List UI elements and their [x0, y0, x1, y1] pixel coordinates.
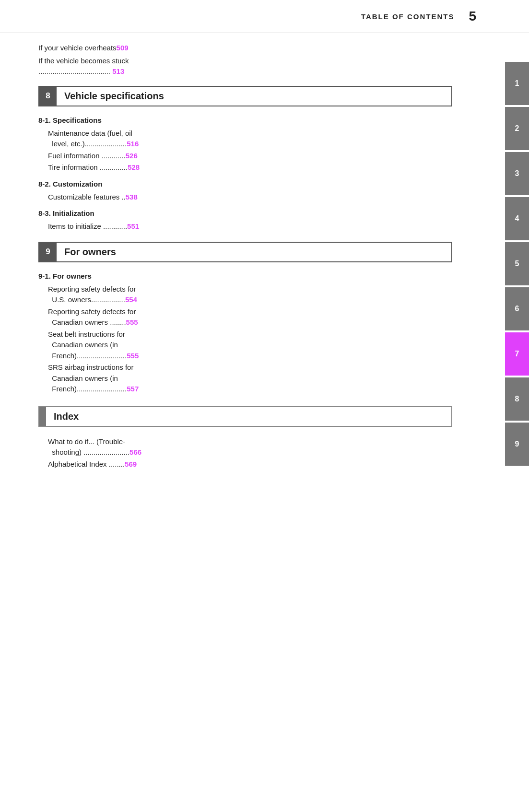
subsection-8-3-header: 8-3. Initialization: [38, 209, 452, 217]
section-8-title: Vehicle specifications: [57, 87, 172, 106]
entry-stuck-text: If the vehicle becomes stuck: [38, 57, 129, 65]
sidebar-tab-1-label: 1: [515, 79, 519, 88]
entry-stuck-dots: ....................................: [38, 67, 112, 75]
sidebar-tab-4-label: 4: [515, 214, 519, 223]
entry-reporting-canada-text: Reporting safety defects for Canadian ow…: [48, 307, 136, 327]
entry-seatbelt-canada-page: 555: [127, 352, 139, 360]
entry-stuck: If the vehicle becomes stuck ...........…: [38, 56, 452, 77]
entry-overheats-page: 509: [117, 44, 129, 52]
subsection-8-3-name: Initialization: [53, 209, 94, 217]
entry-seatbelt-canada-text: Seat belt instructions for Canadian owne…: [48, 330, 127, 360]
left-content: If your vehicle overheats509 If the vehi…: [0, 33, 491, 490]
sidebar-tab-5[interactable]: 5: [505, 242, 529, 285]
section-9-title: For owners: [57, 243, 124, 261]
page-container: TABLE OF CONTENTS 5 If your vehicle over…: [0, 0, 529, 812]
entry-fuel-text: Fuel information ............: [48, 152, 126, 160]
sidebar-tab-4[interactable]: 4: [505, 197, 529, 240]
subsection-8-2-name: Customization: [53, 180, 102, 188]
sidebar-tab-8-label: 8: [515, 395, 519, 403]
entry-maintenance-text: Maintenance data (fuel, oil level, etc.)…: [48, 129, 132, 148]
section-8-number: 8: [39, 87, 57, 106]
section-8-header: 8 Vehicle specifications: [38, 86, 452, 106]
entry-stuck-page: 513: [112, 67, 124, 75]
sidebar-tab-6[interactable]: 6: [505, 287, 529, 330]
subsection-8-3-label: 8-3.: [38, 209, 51, 217]
sidebar-tab-7-label: 7: [515, 350, 519, 358]
sidebar-tab-7[interactable]: 7: [505, 332, 529, 376]
section-9-number: 9: [39, 243, 57, 261]
entry-reporting-us-text: Reporting safety defects for U.S. owners…: [48, 285, 136, 304]
subsection-9-1-header: 9-1. For owners: [38, 272, 452, 280]
entry-srs-canada: SRS airbag instructions for Canadian own…: [38, 362, 452, 395]
entry-overheats: If your vehicle overheats509: [38, 43, 452, 54]
entry-fuel-page: 526: [126, 152, 138, 160]
header-page-number: 5: [469, 9, 476, 24]
entry-overheats-text: If your vehicle overheats: [38, 44, 117, 52]
entry-troubleshooting-text: What to do if... (Trouble- shooting) ...…: [48, 437, 129, 457]
subsection-8-1-header: 8-1. Specifications: [38, 116, 452, 124]
sidebar-tab-5-label: 5: [515, 259, 519, 268]
content-area: If your vehicle overheats509 If the vehi…: [0, 33, 529, 490]
sidebar-tab-9-label: 9: [515, 440, 519, 448]
sidebar-tab-3-label: 3: [515, 169, 519, 178]
subsection-8-2-label: 8-2.: [38, 180, 51, 188]
entry-alphabetical-page: 569: [125, 460, 137, 468]
sidebar-tab-6-label: 6: [515, 305, 519, 313]
entry-srs-canada-text: SRS airbag instructions for Canadian own…: [48, 363, 133, 393]
entry-reporting-us: Reporting safety defects for U.S. owners…: [38, 284, 452, 306]
sidebar-tab-8[interactable]: 8: [505, 377, 529, 421]
subsection-8-1-label: 8-1.: [38, 116, 51, 124]
entry-maintenance-page: 516: [127, 140, 139, 148]
right-sidebar: 1 2 3 4 5 6 7: [491, 33, 529, 490]
entry-customizable-page: 538: [126, 193, 138, 201]
entry-tire-text: Tire information ..............: [48, 163, 128, 171]
entry-troubleshooting: What to do if... (Trouble- shooting) ...…: [38, 436, 452, 458]
index-section-header: Index: [38, 406, 452, 427]
entry-reporting-canada-page: 555: [126, 318, 138, 326]
entry-tire-info: Tire information ..............528: [38, 162, 452, 173]
entry-reporting-canada: Reporting safety defects for Canadian ow…: [38, 306, 452, 328]
prev-entries: If your vehicle overheats509 If the vehi…: [38, 43, 452, 77]
subsection-8-2-header: 8-2. Customization: [38, 180, 452, 188]
entry-fuel-info: Fuel information ............526: [38, 151, 452, 162]
entry-srs-canada-page: 557: [127, 385, 139, 393]
entry-customizable-features: Customizable features ..538: [38, 192, 452, 203]
subsection-9-1-label: 9-1.: [38, 272, 51, 280]
index-title: Index: [46, 407, 86, 426]
header-title: TABLE OF CONTENTS: [361, 12, 455, 21]
subsection-8-1-name: Specifications: [53, 116, 102, 124]
entry-alphabetical-text: Alphabetical Index ........: [48, 460, 125, 468]
sidebar-tab-9[interactable]: 9: [505, 423, 529, 466]
index-color-bar: [39, 407, 46, 426]
section-9-header: 9 For owners: [38, 242, 452, 262]
entry-reporting-us-page: 554: [125, 295, 137, 304]
entry-maintenance-data: Maintenance data (fuel, oil level, etc.)…: [38, 128, 452, 150]
sidebar-tab-2-label: 2: [515, 124, 519, 133]
subsection-9-1-name: For owners: [53, 272, 92, 280]
entry-items-initialize: Items to initialize ............551: [38, 221, 452, 232]
entry-tire-page: 528: [128, 163, 140, 171]
page-header: TABLE OF CONTENTS 5: [0, 0, 529, 33]
entry-troubleshooting-page: 566: [129, 448, 141, 456]
entry-customizable-text: Customizable features ..: [48, 193, 126, 201]
entry-seatbelt-canada: Seat belt instructions for Canadian owne…: [38, 329, 452, 362]
sidebar-tab-2[interactable]: 2: [505, 107, 529, 150]
entry-items-page: 551: [127, 222, 139, 230]
sidebar-tab-1[interactable]: 1: [505, 62, 529, 105]
entry-alphabetical-index: Alphabetical Index ........569: [38, 459, 452, 470]
sidebar-tab-3[interactable]: 3: [505, 152, 529, 195]
entry-items-text: Items to initialize ............: [48, 222, 127, 230]
